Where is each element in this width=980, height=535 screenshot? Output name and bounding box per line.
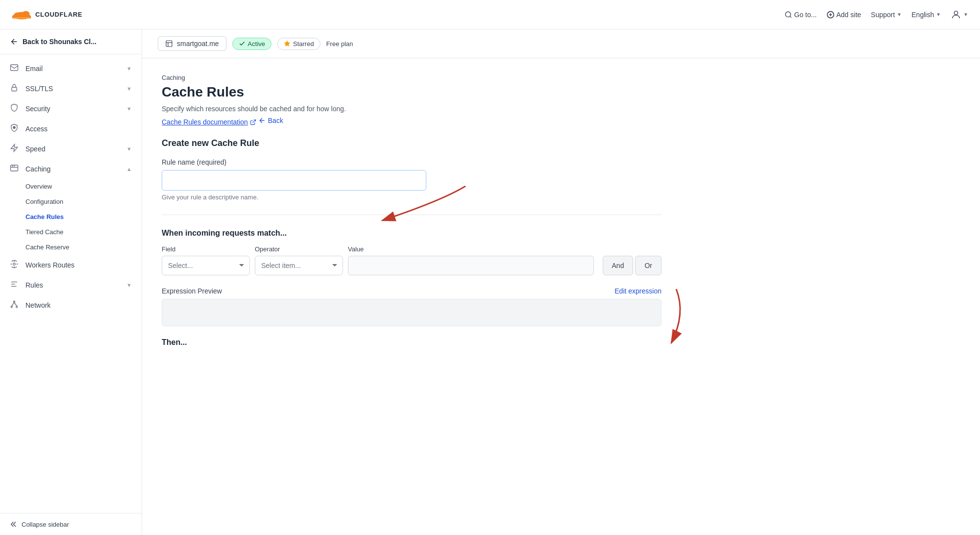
support-chevron-icon: ▼ [897, 12, 902, 17]
svg-rect-13 [12, 87, 17, 91]
language-chevron-icon: ▼ [936, 12, 941, 17]
svg-marker-30 [284, 41, 290, 46]
sidebar-speed-label: Speed [25, 145, 121, 153]
back-label: Back [268, 117, 283, 124]
value-group: Value [348, 245, 594, 275]
domain-name: smartgoat.me [177, 40, 219, 48]
sidebar-sub-item-tiered-cache[interactable]: Tiered Cache [25, 224, 142, 240]
then-title: Then... [162, 338, 662, 347]
rule-name-hint: Give your rule a descriptive name. [162, 194, 662, 201]
field-select[interactable]: Select... [162, 256, 250, 275]
sidebar-item-email[interactable]: Email ▼ [0, 58, 142, 78]
collapse-sidebar-button[interactable]: Collapse sidebar [0, 513, 142, 535]
and-button[interactable]: And [603, 256, 634, 275]
add-site-button[interactable]: Add site [827, 11, 861, 19]
sidebar-item-access[interactable]: Access [0, 119, 142, 139]
domain-badge[interactable]: smartgoat.me [158, 36, 226, 51]
doc-link[interactable]: Cache Rules documentation [162, 118, 256, 126]
svg-rect-5 [14, 17, 29, 18]
topnav: CLOUDFLARE Go to... Add site Support ▼ E… [0, 0, 980, 29]
account-button[interactable]: ▼ [951, 9, 968, 20]
operator-group: Operator Select item... [255, 245, 343, 275]
rule-name-input[interactable] [162, 170, 426, 191]
support-button[interactable]: Support ▼ [871, 11, 902, 19]
sidebar-sub-item-configuration[interactable]: Configuration [25, 194, 142, 209]
logo[interactable]: CLOUDFLARE [12, 8, 82, 22]
ssl-chevron-icon: ▼ [126, 86, 132, 92]
sidebar-caching-submenu: Overview Configuration Cache Rules Tiere… [0, 179, 142, 255]
sidebar-item-ssl[interactable]: SSL/TLS ▼ [0, 78, 142, 98]
create-rule-title: Create new Cache Rule [162, 138, 662, 148]
main-content: smartgoat.me Active Starred Free plan Ca… [142, 29, 980, 535]
svg-line-7 [790, 16, 791, 18]
sidebar-nav: Email ▼ SSL/TLS ▼ Security ▼ [0, 54, 142, 513]
sidebar-security-label: Security [25, 105, 121, 113]
language-button[interactable]: English ▼ [911, 11, 941, 19]
sidebar-rules-label: Rules [25, 281, 121, 289]
and-or-buttons: And Or [603, 256, 662, 275]
edit-expression-label: Edit expression [614, 287, 662, 295]
sidebar-sub-item-overview[interactable]: Overview [25, 179, 142, 194]
sidebar-network-label: Network [25, 301, 132, 309]
caching-chevron-icon: ▲ [126, 166, 132, 172]
svg-line-28 [14, 302, 17, 306]
back-label: Back to Shounaks Cl... [23, 38, 97, 46]
expression-preview-label: Expression Preview [162, 287, 222, 295]
back-link[interactable]: Back [258, 117, 283, 124]
active-status-badge: Active [232, 38, 271, 50]
value-input[interactable] [348, 256, 594, 275]
sidebar-item-rules[interactable]: Rules ▼ [0, 275, 142, 295]
sidebar-item-caching[interactable]: Caching ▲ [0, 159, 142, 179]
svg-point-2 [22, 11, 30, 17]
sidebar-sub-item-cache-reserve[interactable]: Cache Reserve [25, 240, 142, 255]
configuration-label: Configuration [25, 198, 63, 205]
operator-label: Operator [255, 245, 343, 253]
sidebar-item-security[interactable]: Security ▼ [0, 98, 142, 119]
svg-point-6 [785, 12, 791, 17]
goto-button[interactable]: Go to... [784, 11, 817, 19]
svg-point-25 [11, 306, 12, 308]
collapse-icon [10, 520, 18, 528]
lock-icon [10, 83, 20, 94]
svg-point-11 [954, 11, 957, 14]
cache-reserve-label: Cache Reserve [25, 243, 70, 251]
doc-link-label: Cache Rules documentation [162, 118, 248, 126]
topnav-actions: Go to... Add site Support ▼ English ▼ ▼ [784, 9, 968, 20]
network-icon [10, 300, 20, 310]
sidebar-ssl-label: SSL/TLS [25, 85, 121, 93]
back-to-account-button[interactable]: Back to Shounaks Cl... [0, 29, 142, 54]
sidebar: Back to Shounaks Cl... Email ▼ SSL/TLS ▼ [0, 29, 142, 535]
external-link-icon [250, 119, 256, 125]
or-button[interactable]: Or [635, 256, 662, 275]
sidebar-sub-item-cache-rules[interactable]: Cache Rules [25, 209, 142, 224]
svg-marker-15 [11, 145, 18, 152]
starred-button[interactable]: Starred [277, 38, 320, 50]
filter-row: Field Select... Operator Select item... [162, 245, 662, 275]
sidebar-item-speed[interactable]: Speed ▼ [0, 139, 142, 159]
sidebar-item-network[interactable]: Network [0, 295, 142, 315]
svg-point-26 [16, 306, 18, 308]
star-icon [284, 40, 291, 47]
sidebar-access-label: Access [25, 125, 132, 133]
breadcrumb: Caching [162, 74, 662, 81]
workers-icon [10, 260, 20, 270]
field-label: Field [162, 245, 250, 253]
svg-point-20 [13, 263, 16, 266]
collapse-label: Collapse sidebar [22, 521, 69, 528]
then-section: Then... [162, 338, 662, 347]
goto-label: Go to... [794, 11, 817, 19]
email-icon [10, 63, 20, 73]
sidebar-item-workers[interactable]: Workers Routes [0, 255, 142, 275]
domain-icon [165, 40, 173, 48]
operator-select[interactable]: Select item... [255, 256, 343, 275]
svg-rect-29 [166, 41, 172, 47]
field-group: Field Select... [162, 245, 250, 275]
starred-label: Starred [293, 40, 314, 48]
plus-icon [827, 11, 834, 19]
rules-icon [10, 280, 20, 290]
page-description: Specify which resources should be cached… [162, 105, 662, 113]
expression-preview-box [162, 299, 662, 326]
sidebar-email-label: Email [25, 65, 121, 73]
edit-expression-link[interactable]: Edit expression [614, 287, 662, 295]
speed-chevron-icon: ▼ [126, 146, 132, 152]
